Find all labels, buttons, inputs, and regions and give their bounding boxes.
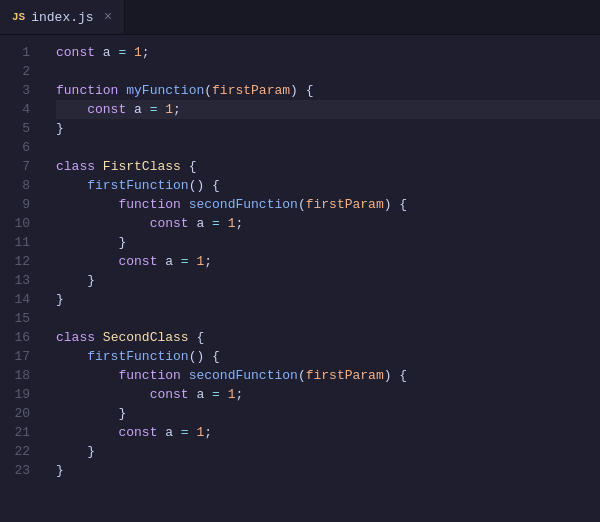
tab-index-js[interactable]: JS index.js × — [0, 0, 125, 34]
line-num-4: 4 — [0, 100, 40, 119]
line-num-18: 18 — [0, 366, 40, 385]
line-num-3: 3 — [0, 81, 40, 100]
line-num-13: 13 — [0, 271, 40, 290]
line-num-2: 2 — [0, 62, 40, 81]
code-line-21: const a = 1; — [56, 423, 600, 442]
line-num-21: 21 — [0, 423, 40, 442]
line-num-12: 12 — [0, 252, 40, 271]
code-line-7: class FisrtClass { — [56, 157, 600, 176]
line-num-16: 16 — [0, 328, 40, 347]
line-num-9: 9 — [0, 195, 40, 214]
line-num-19: 19 — [0, 385, 40, 404]
code-line-8: firstFunction() { — [56, 176, 600, 195]
code-line-23: } — [56, 461, 600, 480]
line-num-17: 17 — [0, 347, 40, 366]
line-num-1: 1 — [0, 43, 40, 62]
tab-filename: index.js — [31, 10, 93, 25]
tab-close-button[interactable]: × — [104, 9, 112, 25]
code-line-11: } — [56, 233, 600, 252]
line-num-20: 20 — [0, 404, 40, 423]
code-line-16: class SecondClass { — [56, 328, 600, 347]
line-num-22: 22 — [0, 442, 40, 461]
code-line-2 — [56, 62, 600, 81]
line-num-5: 5 — [0, 119, 40, 138]
line-num-6: 6 — [0, 138, 40, 157]
line-num-23: 23 — [0, 461, 40, 480]
code-line-18: function secondFunction(firstParam) { — [56, 366, 600, 385]
line-num-7: 7 — [0, 157, 40, 176]
tab-bar: JS index.js × — [0, 0, 600, 35]
code-line-19: const a = 1; — [56, 385, 600, 404]
code-area[interactable]: const a = 1; function myFunction(firstPa… — [40, 35, 600, 522]
code-line-15 — [56, 309, 600, 328]
line-num-8: 8 — [0, 176, 40, 195]
code-line-10: const a = 1; — [56, 214, 600, 233]
code-line-22: } — [56, 442, 600, 461]
line-numbers: 1 2 3 4 5 6 7 8 9 10 11 12 13 14 15 16 1… — [0, 35, 40, 522]
tab-language-icon: JS — [12, 11, 25, 23]
editor-container: 1 2 3 4 5 6 7 8 9 10 11 12 13 14 15 16 1… — [0, 35, 600, 522]
code-line-17: firstFunction() { — [56, 347, 600, 366]
line-num-10: 10 — [0, 214, 40, 233]
code-line-12: const a = 1; — [56, 252, 600, 271]
code-line-4: const a = 1; — [56, 100, 600, 119]
code-line-6 — [56, 138, 600, 157]
code-line-3: function myFunction(firstParam) { — [56, 81, 600, 100]
line-num-15: 15 — [0, 309, 40, 328]
code-line-13: } — [56, 271, 600, 290]
code-line-14: } — [56, 290, 600, 309]
code-line-20: } — [56, 404, 600, 423]
code-line-5: } — [56, 119, 600, 138]
code-line-9: function secondFunction(firstParam) { — [56, 195, 600, 214]
line-num-11: 11 — [0, 233, 40, 252]
code-line-1: const a = 1; — [56, 43, 600, 62]
line-num-14: 14 — [0, 290, 40, 309]
